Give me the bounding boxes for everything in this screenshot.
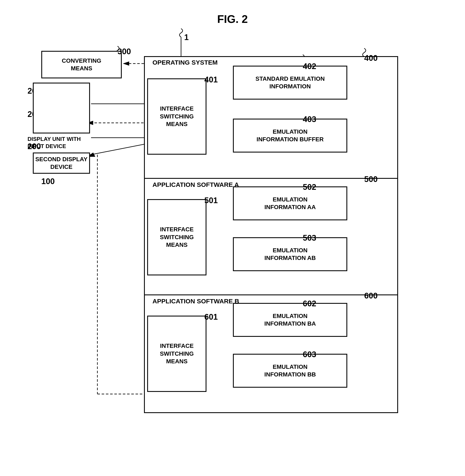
ref-602: 602 — [303, 299, 316, 308]
os-label: OPERATING SYSTEM — [152, 59, 218, 66]
svg-marker-43 — [123, 61, 129, 66]
ref-601: 601 — [204, 313, 218, 322]
figure-title: FIG. 2 — [217, 13, 248, 25]
ref-501: 501 — [204, 196, 218, 205]
ref-300: 300 — [117, 47, 131, 56]
converting-means-box: CONVERTINGMEANS — [41, 51, 122, 78]
ref-600: 600 — [364, 291, 378, 300]
ref-603: 603 — [303, 350, 316, 359]
ism-501-box: INTERFACESWITCHINGMEANS — [147, 199, 206, 275]
emulation-bb-box: EMULATIONINFORMATION BB — [233, 354, 347, 388]
ref-100: 100 — [41, 177, 55, 186]
app-b-label: APPLICATION SOFTWARE B — [152, 298, 239, 305]
ref-1: 1 — [184, 33, 189, 42]
emulation-aa-box: EMULATIONINFORMATION AA — [233, 186, 347, 220]
ref-403: 403 — [303, 115, 316, 124]
ref-400: 400 — [364, 54, 378, 63]
diagram: FIG. 2 1 — [0, 0, 465, 476]
ref-401: 401 — [204, 75, 218, 84]
ism-601-box: INTERFACESWITCHINGMEANS — [147, 316, 206, 392]
ref-402: 402 — [303, 62, 316, 71]
second-display-device-box: SECOND DISPLAYDEVICE — [33, 152, 90, 174]
ref-502: 502 — [303, 183, 316, 192]
emulation-buffer-box: EMULATIONINFORMATION BUFFER — [233, 119, 347, 152]
ref-503: 503 — [303, 233, 316, 243]
emulation-ab-box: EMULATIONINFORMATION AB — [233, 237, 347, 271]
ism-401-box: INTERFACESWITCHINGMEANS — [147, 78, 206, 155]
app-a-label: APPLICATION SOFTWARE A — [152, 181, 239, 188]
display-unit-box — [33, 83, 90, 133]
emulation-ba-box: EMULATIONINFORMATION BA — [233, 303, 347, 337]
ref-500: 500 — [364, 175, 378, 184]
standard-emulation-box: STANDARD EMULATIONINFORMATION — [233, 66, 347, 99]
ref-200: 200 — [28, 142, 41, 151]
